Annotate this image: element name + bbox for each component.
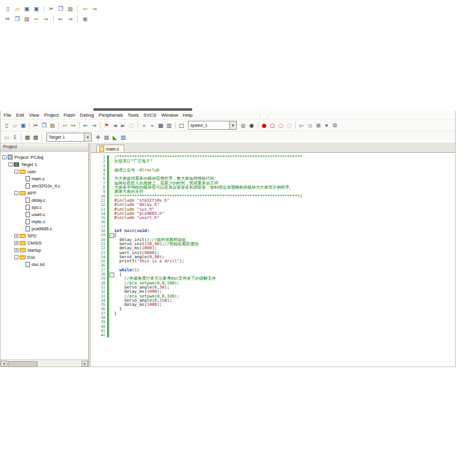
paste-icon[interactable]: ▤ [48,121,57,130]
component-viewer-icon[interactable]: ◣ [111,133,119,142]
disable-breakpoints-icon[interactable]: ○ [277,121,285,130]
redo-icon[interactable]: ↪ [42,15,50,23]
target-options-icon[interactable]: ✚ [94,133,102,142]
open-folder-icon[interactable]: ▱ [11,121,19,130]
periodic-update-icon[interactable]: ▫ [306,121,314,130]
expand-icon[interactable]: + [14,248,18,252]
tree-item-spd[interactable]: +SPD [1,232,88,239]
tree-item-stm32f10x-it-c[interactable]: stm32f10x_it.c [1,182,88,189]
scroll-track[interactable] [7,361,82,367]
window-layout-icon[interactable]: ⊞ [314,121,322,130]
tree-item-doc-txt[interactable]: doc.txt [1,261,88,268]
chevron-down-icon[interactable]: ▼ [229,121,236,129]
menu-item-project[interactable]: Project [42,112,61,118]
collapse-icon[interactable]: - [14,170,18,174]
tree-item-myiic-c[interactable]: myiic.c [1,218,88,225]
redo-icon[interactable]: ↪ [69,121,77,130]
expand-icon[interactable]: + [14,241,18,245]
menu-item-peripherals[interactable]: Peripherals [96,112,125,118]
save-all-icon[interactable]: ▣ [32,5,40,13]
tree-item-app[interactable]: -APP [1,189,88,196]
new-file-icon[interactable]: ▯ [2,121,11,130]
toolbar-checkbox-icon[interactable]: □ [177,121,186,130]
navigate-forward-icon[interactable]: → [90,121,98,130]
tree-item-pca9685-c[interactable]: pca9685.c [1,225,88,232]
menu-item-file[interactable]: File [1,112,14,118]
target-combo[interactable]: Target 1 ▼ [46,133,92,142]
navigate-back-icon[interactable]: ← [57,15,65,23]
scroll-left-icon[interactable]: ◄ [1,361,7,367]
rebuild-icon[interactable]: ▩ [32,133,40,142]
books-icon[interactable]: ▥ [119,133,127,142]
new-file-icon[interactable]: ▯ [4,5,12,13]
tree-item-cmsis[interactable]: +CMSIS [1,239,88,246]
save-icon[interactable]: ▣ [23,5,31,13]
collapse-icon[interactable]: - [14,255,18,259]
tree-item-main-c[interactable]: main.c [1,175,88,182]
collapse-icon[interactable]: - [8,162,12,167]
flash-download-icon[interactable]: ⇩ [11,133,19,142]
chevron-down-icon[interactable]: ▼ [84,133,91,141]
scroll-thumb[interactable] [8,361,37,367]
project-horizontal-scrollbar[interactable]: ◄ ► [1,359,88,367]
cut-icon[interactable]: ✂ [4,15,12,23]
tree-item-sys-c[interactable]: sys.c [1,203,88,211]
next-bookmark-icon[interactable]: ► [119,121,127,130]
configure-icon[interactable]: ⚙ [331,121,339,130]
tree-item-doc[interactable]: -Doc [1,253,88,261]
paste-icon[interactable]: ▤ [66,5,74,13]
menu-item-debug[interactable]: Debug [77,112,96,118]
menu-item-tools[interactable]: Tools [125,112,141,118]
project-tree[interactable]: -Project: PCAdj-Target 1-usermain.cstm32… [1,152,88,359]
tree-item-project-pcadj[interactable]: -Project: PCAdj [1,154,88,161]
undo-icon[interactable]: ↩ [32,15,40,23]
search-icon[interactable]: ◉ [248,121,256,130]
toggle-breakpoint-icon[interactable]: ○ [268,121,277,130]
tree-item-usart-c[interactable]: usart.c [1,211,88,218]
manage-items-icon[interactable]: ▤ [102,133,111,142]
cut-icon[interactable]: ✂ [47,5,55,13]
tab-main-c[interactable]: main.c [96,145,124,152]
menu-item-edit[interactable]: Edit [14,112,27,118]
redo-icon[interactable]: ↪ [90,5,99,13]
copy-icon[interactable]: ❐ [40,121,48,130]
copy-icon[interactable]: ❐ [13,15,21,23]
tree-item-delay-c[interactable]: delay.c [1,196,88,203]
tree-item-target-1[interactable]: -Target 1 [1,161,88,168]
debug-session-icon[interactable]: ▻ [298,121,306,130]
undo-icon[interactable]: ↩ [81,5,89,13]
menu-item-svcs[interactable]: SVCS [141,112,159,118]
bookmark-icon[interactable]: ⚑ [102,121,111,130]
insert-breakpoint-icon[interactable]: ● [260,121,268,130]
navigate-forward-icon[interactable]: → [66,15,74,23]
uncomment-selection-icon[interactable]: ▥ [165,121,173,130]
navigate-back-icon[interactable]: ← [82,121,90,130]
paste-icon[interactable]: ▤ [23,15,31,23]
menu-item-window[interactable]: Window [159,112,180,118]
speed-combo[interactable]: speed_1 ▼ [188,121,237,130]
comment-selection-icon[interactable]: ▦ [156,121,165,130]
indent-icon[interactable]: » [148,121,156,130]
expand-icon[interactable]: + [14,234,18,238]
menu-item-flash[interactable]: Flash [61,112,78,118]
flash-erase-icon[interactable]: ▭ [2,133,11,142]
menu-item-view[interactable]: View [27,112,42,118]
code-editor[interactable]: 1/**************************************… [91,153,455,367]
collapse-icon[interactable]: - [2,155,7,159]
previous-bookmark-icon[interactable]: ◄ [111,121,119,130]
copy-icon[interactable]: ❐ [57,5,65,13]
bookmark-box-icon[interactable]: ▣ [81,15,89,23]
save-icon[interactable]: ▣ [19,121,27,130]
build-icon[interactable]: ▦ [23,133,32,142]
clear-bookmarks-icon[interactable]: ◌ [127,121,136,130]
find-in-files-icon[interactable]: ◎ [239,121,248,130]
tree-item-startup[interactable]: +startup [1,246,88,253]
collapse-icon[interactable]: - [14,191,18,195]
menu-item-help[interactable]: Help [180,112,195,118]
unindent-icon[interactable]: « [140,121,148,130]
cut-icon[interactable]: ✂ [32,121,40,130]
layout-dropdown-icon[interactable]: ▾ [322,121,331,130]
scroll-right-icon[interactable]: ► [82,361,88,367]
open-folder-icon[interactable]: ▱ [13,5,21,13]
tree-item-user[interactable]: -user [1,168,88,175]
